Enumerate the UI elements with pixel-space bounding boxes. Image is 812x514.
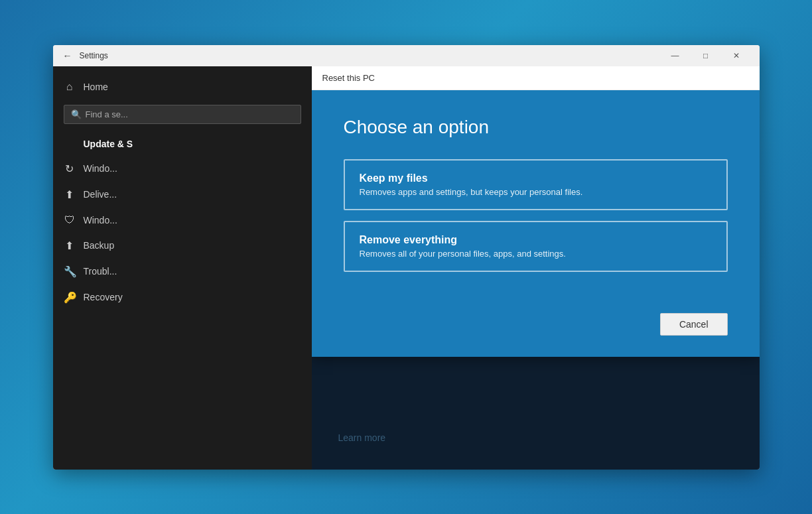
titlebar: ← Settings — □ ✕ [53, 45, 760, 66]
reset-dialog: Reset this PC Choose an option Keep my f… [312, 66, 760, 357]
minimize-button[interactable]: — [660, 45, 691, 66]
backup-icon: ⬆ [64, 239, 76, 252]
sidebar-item-delivery[interactable]: ⬆ Delive... [53, 182, 312, 208]
sidebar-item-troubleshoot[interactable]: 🔧 Troubl... [53, 259, 312, 285]
main-panel: Learn more Reset this PC Choose an optio… [312, 66, 760, 470]
dialog-titlebar: Reset this PC [312, 66, 760, 90]
close-button[interactable]: ✕ [721, 45, 752, 66]
dialog-titlebar-text: Reset this PC [322, 73, 375, 83]
dialog-footer: Cancel [312, 302, 760, 357]
maximize-button[interactable]: □ [691, 45, 721, 66]
sidebar-item-windows-security[interactable]: 🛡 Windo... [53, 208, 312, 233]
remove-everything-title: Remove everything [360, 234, 712, 246]
sidebar-item-label: Home [84, 82, 108, 92]
sidebar-item-update[interactable]: Update & S [53, 132, 312, 156]
delivery-icon: ⬆ [64, 188, 76, 201]
dialog-overlay: Reset this PC Choose an option Keep my f… [312, 66, 760, 470]
search-box[interactable]: 🔍 Find a se... [64, 105, 301, 124]
shield-icon: 🛡 [64, 214, 76, 226]
window-controls: — □ ✕ [660, 45, 752, 66]
dialog-heading: Choose an option [344, 117, 728, 138]
sidebar: ⌂ Home 🔍 Find a se... Update & S ↻ Windo… [53, 66, 312, 470]
recovery-icon: 🔑 [64, 291, 76, 304]
remove-everything-option[interactable]: Remove everything Removes all of your pe… [344, 221, 728, 272]
sidebar-item-label: Backup [84, 240, 115, 251]
sidebar-item-backup[interactable]: ⬆ Backup [53, 233, 312, 259]
back-button[interactable]: ← [61, 49, 74, 62]
search-icon: 🔍 [71, 109, 82, 119]
keep-files-option[interactable]: Keep my files Removes apps and settings,… [344, 159, 728, 210]
content-area: ⌂ Home 🔍 Find a se... Update & S ↻ Windo… [53, 66, 760, 470]
keep-files-title: Keep my files [360, 172, 712, 184]
sidebar-item-label: Windo... [84, 215, 117, 225]
dialog-body: Choose an option Keep my files Removes a… [312, 90, 760, 302]
sidebar-item-home[interactable]: ⌂ Home [53, 74, 312, 99]
keep-files-desc: Removes apps and settings, but keeps you… [360, 187, 712, 197]
sidebar-item-label: Troubl... [84, 266, 117, 277]
home-icon: ⌂ [64, 81, 76, 93]
sidebar-item-label: Recovery [84, 292, 123, 302]
troubleshoot-icon: 🔧 [64, 265, 76, 278]
cancel-button[interactable]: Cancel [660, 313, 728, 336]
search-text: Find a se... [86, 109, 128, 119]
sidebar-item-windows-update[interactable]: ↻ Windo... [53, 156, 312, 182]
remove-everything-desc: Removes all of your personal files, apps… [360, 249, 712, 259]
sidebar-item-label: Delive... [84, 189, 117, 200]
sidebar-item-label: Windo... [84, 163, 117, 174]
sidebar-item-label: Update & S [84, 139, 133, 149]
windows-update-icon: ↻ [64, 162, 76, 175]
settings-window: ← Settings — □ ✕ ⌂ Home 🔍 Find a se... U… [53, 45, 760, 470]
sidebar-item-recovery[interactable]: 🔑 Recovery [53, 285, 312, 310]
window-title: Settings [80, 51, 660, 60]
